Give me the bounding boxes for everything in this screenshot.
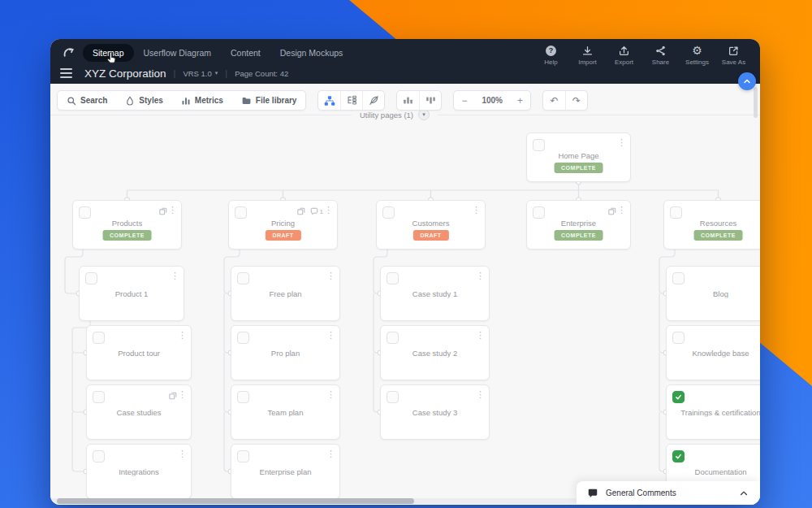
checkbox[interactable]	[237, 332, 249, 344]
checkbox[interactable]	[237, 391, 249, 403]
zoom-in-button[interactable]: +	[510, 91, 530, 110]
checkbox[interactable]	[85, 272, 97, 284]
page-card-case-study-3[interactable]: ⋮ Case study 3	[380, 384, 490, 440]
distribute-up-icon	[403, 95, 413, 106]
page-card-trainings-certification[interactable]: Trainings & certification	[666, 384, 760, 440]
kebab-menu-icon[interactable]: ⋮	[476, 271, 485, 280]
menu-icon[interactable]	[60, 68, 72, 78]
checkbox[interactable]	[533, 206, 545, 219]
page-card-home[interactable]: ⋮ Home Page COMPLETE	[526, 132, 631, 182]
page-card-enterprise[interactable]: ⋮ Enterprise COMPLETE	[526, 200, 631, 250]
collapse-header-button[interactable]	[738, 72, 756, 90]
page-card-resources[interactable]: ⋮ Resources COMPLETE	[663, 200, 760, 250]
checkbox[interactable]	[672, 332, 685, 344]
comment-indicator[interactable]: 1	[310, 207, 323, 215]
checkbox[interactable]	[672, 272, 685, 284]
app-logo-icon[interactable]	[60, 45, 78, 61]
checkbox[interactable]	[93, 332, 105, 344]
pen-view-button[interactable]	[362, 91, 384, 110]
kebab-menu-icon[interactable]: ⋮	[326, 271, 335, 280]
page-card-case-study-1[interactable]: ⋮ Case study 1	[380, 266, 490, 321]
checkbox[interactable]	[387, 272, 399, 284]
settings-button[interactable]: ⚙ Settings	[684, 45, 710, 66]
page-card-products[interactable]: ⋮ Products COMPLETE	[72, 200, 182, 250]
share-button[interactable]: Share	[647, 45, 674, 66]
page-card-case-study-2[interactable]: ⋮ Case study 2	[380, 325, 490, 380]
tab-content[interactable]: Content	[221, 44, 270, 62]
page-card-product-tour[interactable]: ⋮ Product tour	[86, 325, 192, 380]
distribute-down-button[interactable]	[419, 91, 441, 110]
checkbox[interactable]	[235, 206, 247, 219]
vertical-scrollbar-thumb[interactable]	[754, 87, 758, 118]
checkbox[interactable]	[237, 450, 249, 462]
styles-button[interactable]: Styles	[116, 91, 171, 110]
duplicate-icon[interactable]	[169, 392, 177, 400]
page-card-pricing[interactable]: 1 ⋮ Pricing DRAFT	[228, 200, 338, 250]
undo-button[interactable]: ↶	[543, 91, 565, 110]
export-button[interactable]: Export	[611, 45, 637, 66]
page-card-integrations[interactable]: ⋮ Integrations	[86, 444, 192, 499]
tab-design-mockups[interactable]: Design Mockups	[270, 44, 353, 62]
utility-pages-toggle[interactable]: Utility pages (1) ▾	[352, 109, 438, 120]
tree-view-button[interactable]	[340, 91, 362, 110]
chevron-down-icon[interactable]: ▾	[418, 109, 430, 120]
checkbox-checked[interactable]	[672, 450, 685, 462]
page-card-enterprise-plan[interactable]: ⋮ Enterprise plan	[231, 444, 340, 499]
sitemap-canvas[interactable]: Search Styles Metrics File library	[50, 84, 760, 505]
kebab-menu-icon[interactable]: ⋮	[617, 138, 626, 147]
distribute-up-button[interactable]	[397, 91, 419, 110]
checkbox[interactable]	[670, 206, 682, 219]
tab-userflow-diagram[interactable]: Userflow Diagram	[134, 44, 221, 62]
chevron-up-icon[interactable]	[739, 488, 749, 498]
kebab-menu-icon[interactable]: ⋮	[476, 331, 485, 340]
help-button[interactable]: ? Help	[538, 45, 564, 66]
duplicate-icon[interactable]	[159, 207, 167, 215]
kebab-menu-icon[interactable]: ⋮	[326, 449, 335, 458]
page-card-free-plan[interactable]: ⋮ Free plan	[231, 266, 340, 321]
kebab-menu-icon[interactable]: ⋮	[178, 331, 187, 340]
page-card-customers[interactable]: ⋮ Customers DRAFT	[376, 200, 486, 250]
kebab-menu-icon[interactable]: ⋮	[178, 449, 187, 458]
kebab-menu-icon[interactable]: ⋮	[178, 390, 187, 399]
search-button[interactable]: Search	[58, 91, 116, 110]
kebab-menu-icon[interactable]: ⋮	[476, 390, 485, 399]
kebab-menu-icon[interactable]: ⋮	[324, 206, 333, 215]
checkbox[interactable]	[79, 206, 91, 219]
project-bar: XYZ Corporation | VRS 1.0 ▾ | Page Count…	[60, 64, 752, 82]
kebab-menu-icon[interactable]: ⋮	[472, 206, 481, 215]
tab-sitemap[interactable]: Sitemap	[83, 44, 134, 62]
checkbox[interactable]	[387, 332, 399, 344]
page-card-case-studies[interactable]: ⋮ Case studies	[86, 384, 192, 440]
checkbox[interactable]	[93, 391, 105, 403]
page-card-team-plan[interactable]: ⋮ Team plan	[231, 384, 340, 440]
sitemap-view-button[interactable]	[318, 91, 340, 110]
version-dropdown[interactable]: VRS 1.0 ▾	[183, 69, 218, 78]
page-card-blog[interactable]: Blog	[666, 266, 760, 321]
checkbox[interactable]	[382, 206, 395, 219]
general-comments-panel[interactable]: General Comments	[577, 481, 760, 505]
kebab-menu-icon[interactable]: ⋮	[168, 206, 177, 215]
zoom-out-button[interactable]: −	[454, 91, 474, 110]
checkbox-checked[interactable]	[672, 391, 685, 403]
save-as-button[interactable]: Save As	[720, 45, 747, 66]
checkbox[interactable]	[237, 272, 249, 284]
kebab-menu-icon[interactable]: ⋮	[759, 206, 760, 215]
kebab-menu-icon[interactable]: ⋮	[326, 331, 335, 340]
redo-button[interactable]: ↷	[565, 91, 587, 110]
import-button[interactable]: Import	[574, 45, 601, 66]
checkbox[interactable]	[533, 139, 545, 151]
metrics-button[interactable]: Metrics	[172, 91, 232, 110]
duplicate-icon[interactable]	[608, 207, 616, 215]
page-card-knowledge-base[interactable]: Knowledge base	[666, 325, 760, 380]
page-card-product-1[interactable]: ⋮ Product 1	[79, 266, 184, 321]
horizontal-scrollbar-thumb[interactable]	[57, 498, 414, 504]
kebab-menu-icon[interactable]: ⋮	[171, 271, 179, 280]
checkbox[interactable]	[93, 450, 105, 462]
duplicate-icon[interactable]	[297, 207, 305, 215]
checkbox[interactable]	[387, 391, 399, 403]
file-library-button[interactable]: File library	[232, 91, 306, 110]
kebab-menu-icon[interactable]: ⋮	[326, 390, 335, 399]
kebab-menu-icon[interactable]: ⋮	[617, 206, 626, 215]
page-card-pro-plan[interactable]: ⋮ Pro plan	[231, 325, 340, 380]
zoom-level: 100%	[474, 91, 510, 110]
